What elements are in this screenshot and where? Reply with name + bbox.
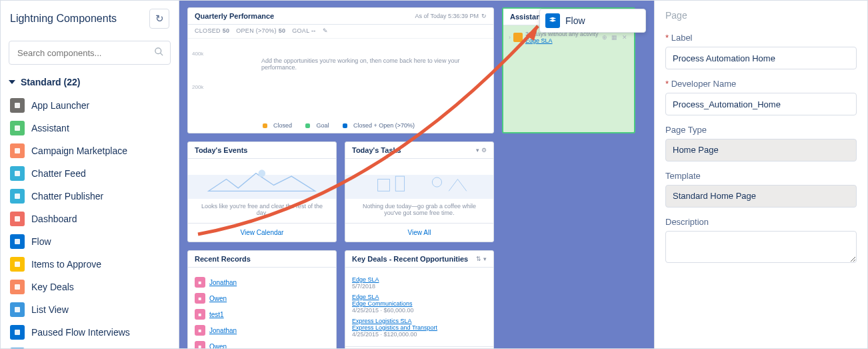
deal-item[interactable]: Edge SLA5/7/2018 — [352, 274, 487, 292]
svg-rect-18 — [395, 176, 404, 191]
component-icon — [10, 302, 25, 317]
component-item-app-launcher[interactable]: App Launcher — [9, 94, 171, 117]
svg-rect-17 — [378, 180, 390, 192]
svg-line-1 — [160, 53, 163, 55]
tasks-illustration — [345, 159, 493, 199]
svg-rect-3 — [15, 125, 20, 131]
todays-tasks-card[interactable]: Today's Tasks▾ ⚙ Nothing due today—go gr… — [345, 141, 494, 242]
todays-events-card[interactable]: Today's Events Looks like you're free an… — [187, 141, 337, 242]
recent-records-card[interactable]: Recent Records ■Jonathan■Owen■test1■Jona… — [187, 250, 337, 348]
description-field[interactable] — [665, 231, 857, 263]
pencil-icon[interactable]: ✎ — [323, 27, 328, 34]
component-icon — [10, 257, 25, 272]
search-icon — [154, 47, 164, 59]
developer-name-field[interactable] — [665, 93, 857, 115]
svg-rect-11 — [15, 307, 20, 312]
events-illustration — [188, 159, 336, 199]
chevron-right-icon[interactable]: › — [509, 34, 511, 41]
key-deals-card[interactable]: Key Deals - Recent Opportunities⇅ ▾ Edge… — [345, 250, 494, 348]
opportunity-icon — [513, 33, 523, 42]
page-canvas[interactable]: Quarterly Performance As of Today 5:36:3… — [179, 1, 654, 348]
properties-panel: Page * Label * Developer Name Page Type … — [654, 1, 867, 348]
component-item-flow[interactable]: Flow — [9, 230, 171, 253]
chevron-down-icon — [9, 80, 15, 84]
search-input[interactable] — [9, 41, 171, 65]
svg-rect-2 — [15, 103, 20, 108]
refresh-button[interactable]: ↻ — [149, 9, 169, 29]
component-icon — [10, 166, 25, 181]
view-calendar-link[interactable]: View Calendar — [188, 223, 336, 242]
component-item-campaign-marketplace[interactable]: Campaign Marketplace — [9, 139, 171, 162]
component-item-list-view[interactable]: List View — [9, 298, 171, 321]
task-filter-icon[interactable]: ▾ ⚙ — [476, 147, 487, 153]
record-icon: ■ — [195, 293, 205, 304]
component-item-dashboard[interactable]: Dashboard — [9, 208, 171, 230]
recent-record-item[interactable]: ■test1 — [195, 306, 329, 322]
component-item-paused-flow-interviews[interactable]: Paused Flow Interviews — [9, 321, 171, 344]
component-icon — [10, 280, 25, 294]
component-item-chatter-publisher[interactable]: Chatter Publisher — [9, 185, 171, 208]
template-value: Standard Home Page — [665, 185, 857, 208]
svg-rect-10 — [15, 284, 20, 290]
record-icon: ■ — [195, 325, 205, 336]
recent-record-item[interactable]: ■Jonathan — [195, 274, 329, 290]
svg-point-19 — [433, 178, 442, 187]
component-icon — [10, 325, 25, 340]
recent-record-item[interactable]: ■Owen — [195, 290, 329, 306]
component-item-key-deals[interactable]: Key Deals — [9, 276, 171, 298]
svg-rect-7 — [15, 216, 20, 222]
label-field[interactable] — [665, 47, 857, 69]
svg-rect-8 — [15, 239, 20, 244]
component-icon — [10, 143, 25, 158]
flow-icon — [545, 13, 560, 28]
component-icon — [10, 348, 25, 348]
record-icon: ■ — [195, 341, 205, 348]
deal-item[interactable]: Edge SLAEdge Communications4/25/2015 · $… — [352, 292, 487, 316]
svg-point-16 — [259, 169, 266, 177]
standard-group-header[interactable]: Standard (22) — [9, 77, 171, 87]
record-icon: ■ — [195, 309, 205, 320]
component-icon — [10, 189, 25, 204]
page-tab[interactable]: Page — [665, 10, 857, 21]
component-item-chatter-feed[interactable]: Chatter Feed — [9, 162, 171, 185]
component-icon — [10, 121, 25, 135]
assistant-record-link[interactable]: Edge SLA — [525, 37, 553, 44]
page-type-value: Home Page — [665, 139, 857, 161]
svg-point-0 — [155, 48, 161, 54]
svg-rect-9 — [15, 262, 20, 267]
tasks-view-all-link[interactable]: View All — [345, 223, 493, 242]
svg-rect-6 — [15, 194, 20, 199]
deal-item[interactable]: Express Logistics SLAExpress Logistics a… — [352, 316, 487, 340]
components-sidebar: Lightning Components ↻ Standard (22) App… — [1, 1, 179, 348]
component-item-performance[interactable]: Performance — [9, 344, 171, 348]
recent-record-item[interactable]: ■Jonathan — [195, 322, 329, 338]
component-icon — [10, 212, 25, 226]
deals-filter-icon[interactable]: ⇅ ▾ — [476, 256, 487, 262]
component-icon — [10, 98, 25, 113]
component-icon — [10, 234, 25, 249]
deals-view-all-link[interactable]: View All — [345, 346, 493, 348]
refresh-icon[interactable]: ↻ — [481, 13, 487, 19]
quarterly-performance-card[interactable]: Quarterly Performance As of Today 5:36:3… — [187, 7, 494, 133]
sidebar-title: Lightning Components — [10, 13, 117, 25]
record-icon: ■ — [195, 277, 205, 288]
component-item-items-to-approve[interactable]: Items to Approve — [9, 253, 171, 276]
recent-record-item[interactable]: ■Owen — [195, 338, 329, 348]
flow-drag-chip[interactable]: Flow — [539, 9, 646, 33]
svg-rect-4 — [15, 148, 20, 153]
svg-rect-5 — [15, 171, 20, 176]
svg-rect-12 — [15, 330, 20, 335]
assistant-actions[interactable]: ⊕ ▦ ✕ — [602, 34, 629, 41]
component-item-assistant[interactable]: Assistant — [9, 117, 171, 139]
